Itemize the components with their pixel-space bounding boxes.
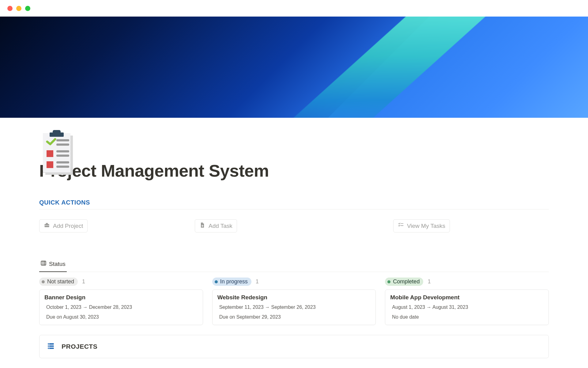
view-tabs: Status [39, 257, 549, 272]
column-not-started: Not started 1 Banner Design October 1, 2… [39, 278, 203, 325]
status-label: Not started [47, 278, 74, 285]
column-completed: Completed 1 Mobile App Development Augus… [385, 278, 549, 325]
column-count: 1 [428, 278, 431, 285]
status-label: Completed [393, 278, 420, 285]
tab-status-label: Status [49, 261, 66, 267]
add-project-button[interactable]: Add Project [39, 219, 88, 232]
tab-status[interactable]: Status [39, 257, 67, 272]
svg-rect-3 [50, 132, 64, 137]
card-due: Due on September 29, 2023 [217, 314, 371, 320]
column-in-progress: In progress 1 Website Redesign September… [212, 278, 376, 325]
card-title: Banner Design [44, 294, 198, 301]
add-project-label: Add Project [53, 223, 83, 229]
view-my-tasks-label: View My Tasks [407, 223, 445, 229]
card-title: Mobile App Development [390, 294, 544, 301]
kanban-board: Not started 1 Banner Design October 1, 2… [39, 278, 549, 325]
status-pill-completed[interactable]: Completed [385, 278, 423, 286]
status-dot-icon [42, 280, 45, 283]
page-cover[interactable] [0, 17, 588, 118]
svg-rect-19 [41, 261, 46, 265]
svg-rect-13 [46, 223, 48, 224]
card-due: Due on August 30, 2023 [44, 314, 198, 320]
card-banner-design[interactable]: Banner Design October 1, 2023 → December… [39, 289, 203, 325]
svg-rect-6 [47, 150, 53, 157]
svg-rect-16 [202, 226, 204, 226]
quick-actions-row: Add Project Add Task View My Tasks [39, 219, 549, 232]
svg-point-26 [49, 346, 50, 347]
svg-rect-7 [56, 150, 69, 152]
svg-rect-9 [47, 161, 53, 168]
status-label: In progress [220, 278, 248, 285]
projects-heading: PROJECTS [62, 343, 97, 350]
svg-rect-11 [56, 166, 69, 168]
status-dot-icon [387, 280, 390, 283]
svg-point-25 [49, 343, 50, 344]
add-task-button[interactable]: Add Task [195, 219, 237, 232]
card-date-range: October 1, 2023 → December 28, 2023 [44, 305, 198, 310]
card-title: Website Redesign [217, 294, 371, 301]
status-pill-not-started[interactable]: Not started [39, 278, 78, 286]
view-my-tasks-button[interactable]: View My Tasks [393, 219, 450, 232]
briefcase-icon [44, 222, 50, 230]
status-pill-in-progress[interactable]: In progress [212, 278, 251, 286]
svg-rect-10 [56, 161, 69, 163]
card-mobile-app-development[interactable]: Mobile App Development August 1, 2023 → … [385, 289, 549, 325]
page-icon[interactable] [39, 130, 76, 177]
layers-icon [47, 342, 55, 351]
board-icon [40, 260, 47, 268]
checklist-icon [398, 222, 404, 230]
card-date-range: August 1, 2023 → August 31, 2023 [390, 305, 544, 310]
column-count: 1 [256, 278, 259, 285]
svg-rect-8 [56, 155, 69, 157]
card-date-range: September 11, 2023 → September 26, 2023 [217, 305, 371, 310]
status-dot-icon [215, 280, 218, 283]
window-titlebar [0, 0, 588, 17]
page-title: Project Management System [39, 161, 549, 181]
window-minimize-button[interactable] [16, 6, 21, 11]
svg-rect-14 [45, 225, 49, 226]
svg-rect-4 [56, 139, 69, 141]
column-count: 1 [82, 278, 85, 285]
card-due: No due date [390, 314, 544, 320]
window-close-button[interactable] [7, 6, 13, 11]
quick-actions-heading: QUICK ACTIONS [39, 199, 549, 209]
projects-section[interactable]: PROJECTS [39, 335, 549, 358]
window-zoom-button[interactable] [25, 6, 30, 11]
svg-point-27 [49, 348, 50, 349]
add-task-label: Add Task [209, 223, 232, 229]
card-website-redesign[interactable]: Website Redesign September 11, 2023 → Se… [212, 289, 376, 325]
file-plus-icon [199, 222, 205, 230]
svg-rect-5 [56, 144, 69, 146]
